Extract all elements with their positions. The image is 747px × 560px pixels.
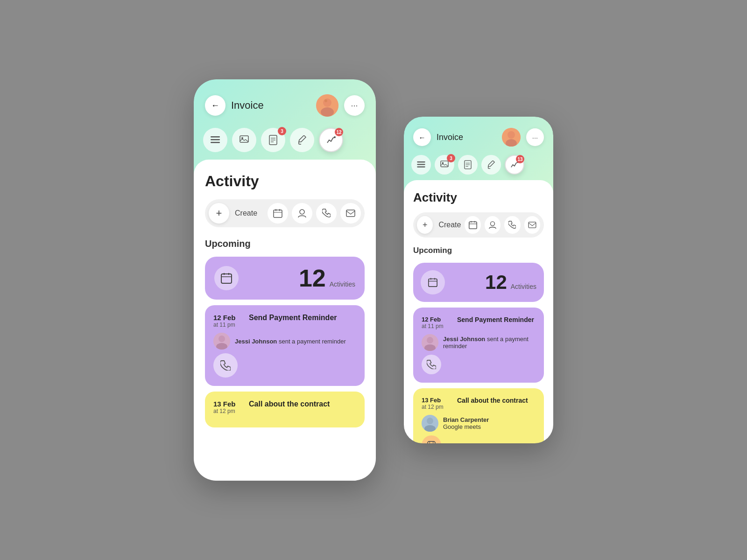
plus-button-2[interactable]: + <box>417 216 433 234</box>
icon-btn-image[interactable] <box>232 128 256 152</box>
avatar-image <box>316 94 338 117</box>
phone-1: ← Invoice ··· <box>194 79 376 481</box>
icon-row: 3 12 <box>194 124 376 160</box>
svg-rect-35 <box>441 161 448 167</box>
svg-point-27 <box>218 336 225 342</box>
create-mail-btn-2[interactable] <box>524 216 540 234</box>
phone-2: ← Invoice ··· 3 <box>404 117 553 443</box>
activity-card-2: 13 Feb at 12 pm Call about the contract <box>205 392 365 427</box>
card-2-1-header: 12 Feb at 11 pm Send Payment Reminder <box>422 316 536 329</box>
icon-btn-chart-2[interactable]: 13 <box>505 155 524 175</box>
icon-btn-image-2[interactable]: 3 <box>435 155 454 175</box>
doc-badge: 3 <box>278 127 286 135</box>
count-number-2: 12 <box>485 273 507 292</box>
white-card: Activity + Create Upcoming <box>194 160 376 481</box>
svg-rect-50 <box>429 279 437 287</box>
icon-btn-doc-2[interactable] <box>458 155 478 175</box>
card-1-person: Jessi Johnson sent a payment reminder <box>213 333 356 350</box>
svg-rect-44 <box>469 222 477 229</box>
activity-card-2-2: 13 Feb at 12 pm Call about the contract … <box>413 388 544 443</box>
svg-point-48 <box>491 222 495 226</box>
count-label: Activities <box>330 280 355 288</box>
card-2-1-title: Send Payment Reminder <box>457 316 536 323</box>
activities-count-2: 12 Activities <box>485 273 536 292</box>
svg-rect-34 <box>417 167 425 168</box>
card-1-icon <box>213 353 238 378</box>
white-card-2: Activity + Create Upcoming <box>404 180 553 443</box>
plus-button[interactable]: + <box>209 203 229 224</box>
icon-btn-doc[interactable]: 3 <box>261 128 285 152</box>
more-button[interactable]: ··· <box>344 95 365 116</box>
card-2-2-icon <box>422 435 441 443</box>
page-title-2: Invoice <box>437 133 496 142</box>
card-2-2-title: Call about the contract <box>457 397 536 404</box>
activities-block: 12 Activities <box>205 257 365 300</box>
svg-point-1 <box>323 98 331 107</box>
count-label-2: Activities <box>511 283 536 290</box>
svg-point-20 <box>300 210 304 214</box>
svg-point-2 <box>321 107 334 117</box>
upcoming-title-2: Upcoming <box>413 246 544 255</box>
svg-rect-7 <box>240 136 248 142</box>
icon-btn-chart[interactable]: 12 <box>319 128 343 152</box>
card-2-1-person: Jessi Johnson sent a payment reminder <box>422 334 536 351</box>
chart-badge-2: 13 <box>516 155 524 163</box>
phone-2-content: ← Invoice ··· 3 <box>404 117 553 443</box>
person-2-1-avatar <box>422 334 438 351</box>
activity-card-2-1: 12 Feb at 11 pm Send Payment Reminder Je… <box>413 308 544 383</box>
svg-point-3 <box>324 99 327 102</box>
card-2-1-person-text: Jessi Johnson sent a payment reminder <box>443 336 536 350</box>
create-phone-btn[interactable] <box>316 203 337 224</box>
back-button-2[interactable]: ← <box>413 128 431 146</box>
card-2-1-date: 12 Feb at 11 pm <box>422 316 450 329</box>
person-1-avatar <box>213 333 230 350</box>
svg-point-15 <box>334 136 336 138</box>
card-2-header: 13 Feb at 12 pm Call about the contract <box>213 400 356 414</box>
create-label: Create <box>233 209 264 217</box>
card-1-date: 12 Feb at 11 pm <box>213 314 241 328</box>
create-calendar-btn[interactable] <box>268 203 288 224</box>
create-bar-2: + Create <box>413 212 544 238</box>
svg-rect-60 <box>428 441 435 443</box>
icon-btn-edit[interactable] <box>290 128 314 152</box>
chart-badge: 12 <box>335 128 343 136</box>
card-2-title: Call about the contract <box>249 400 356 408</box>
svg-rect-5 <box>211 139 220 140</box>
avatar-image-2 <box>502 128 521 147</box>
activity-card-1: 12 Feb at 11 pm Send Payment Reminder Je… <box>205 305 365 386</box>
count-number: 12 <box>299 266 326 290</box>
svg-rect-16 <box>274 210 282 217</box>
icon-btn-edit-2[interactable] <box>481 155 501 175</box>
create-phone-btn-2[interactable] <box>504 216 520 234</box>
create-mail-btn[interactable] <box>340 203 361 224</box>
activities-block-2: 12 Activities <box>413 263 544 302</box>
svg-rect-32 <box>417 161 425 162</box>
calendar-icon <box>214 266 239 290</box>
avatar-2 <box>502 128 521 147</box>
calendar-icon-2 <box>421 270 445 294</box>
svg-rect-4 <box>211 136 220 138</box>
create-bar: + Create <box>205 199 365 227</box>
card-2-2-date: 13 Feb at 12 pm <box>422 397 450 410</box>
create-person-btn[interactable] <box>292 203 312 224</box>
icon-row-2: 3 13 <box>404 152 553 180</box>
card-2-date: 13 Feb at 12 pm <box>213 400 241 414</box>
icon-btn-list-2[interactable] <box>411 155 431 175</box>
svg-rect-22 <box>221 274 232 283</box>
card-1-person-text: Jessi Johnson sent a payment reminder <box>235 338 346 345</box>
svg-rect-33 <box>417 164 425 165</box>
person-2-2-avatar <box>422 415 438 432</box>
back-button[interactable]: ← <box>205 95 226 116</box>
create-person-btn-2[interactable] <box>485 216 500 234</box>
svg-point-55 <box>427 337 433 343</box>
upcoming-title: Upcoming <box>205 238 365 249</box>
create-calendar-btn-2[interactable] <box>465 216 480 234</box>
card-2-2-person-text: Brian Carpenter Google meets <box>443 416 489 430</box>
svg-rect-49 <box>529 222 536 228</box>
icon-btn-list[interactable] <box>203 128 227 152</box>
header: ← Invoice ··· <box>194 79 376 124</box>
svg-rect-21 <box>346 210 355 217</box>
card-1-title: Send Payment Reminder <box>249 314 356 322</box>
more-button-2[interactable]: ··· <box>526 128 544 146</box>
activity-title-2: Activity <box>413 190 544 205</box>
